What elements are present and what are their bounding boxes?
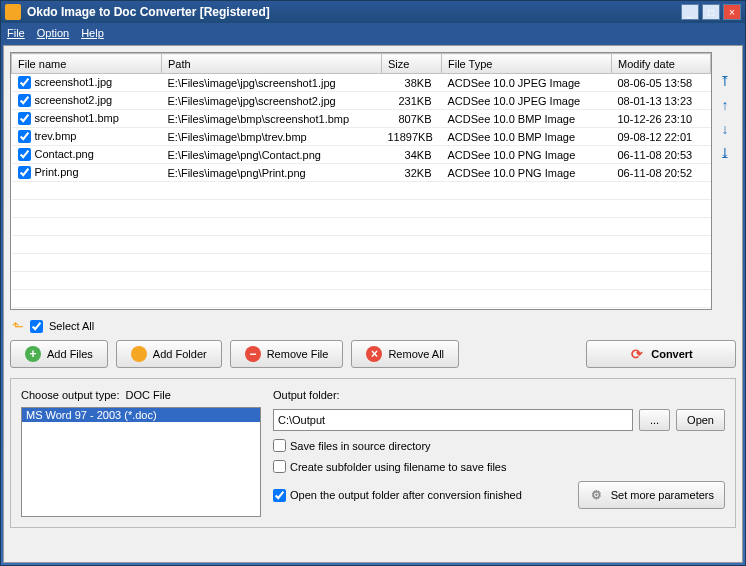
output-folder-input[interactable]: [273, 409, 633, 431]
remove-all-button[interactable]: ×Remove All: [351, 340, 459, 368]
move-down-button[interactable]: ↓: [716, 120, 734, 138]
open-button[interactable]: Open: [676, 409, 725, 431]
close-button[interactable]: ×: [723, 4, 741, 20]
table-row[interactable]: Contact.pngE:\Files\image\png\Contact.pn…: [12, 146, 711, 164]
output-type-label: Choose output type:: [21, 389, 119, 401]
remove-icon: ×: [366, 346, 382, 362]
app-icon: [5, 4, 21, 20]
minimize-button[interactable]: _: [681, 4, 699, 20]
maximize-button[interactable]: □: [702, 4, 720, 20]
minus-icon: −: [245, 346, 261, 362]
browse-button[interactable]: ...: [639, 409, 670, 431]
output-type-option[interactable]: MS Word 97 - 2003 (*.doc): [22, 408, 260, 422]
add-folder-button[interactable]: Add Folder: [116, 340, 222, 368]
open-after-checkbox[interactable]: [273, 489, 286, 502]
table-row: [12, 290, 711, 308]
create-subfolder-label: Create subfolder using filename to save …: [290, 461, 506, 473]
table-row: [12, 218, 711, 236]
table-row: [12, 182, 711, 200]
move-top-button[interactable]: ⤒: [716, 72, 734, 90]
selectall-checkbox[interactable]: [30, 320, 43, 333]
move-up-button[interactable]: ↑: [716, 96, 734, 114]
table-row: [12, 272, 711, 290]
table-row: [12, 236, 711, 254]
col-path[interactable]: Path: [162, 54, 382, 74]
file-list[interactable]: File name Path Size File Type Modify dat…: [10, 52, 712, 310]
output-type-list[interactable]: MS Word 97 - 2003 (*.doc): [21, 407, 261, 517]
table-row[interactable]: trev.bmpE:\Files\image\bmp\trev.bmp11897…: [12, 128, 711, 146]
menu-option[interactable]: Option: [37, 27, 69, 39]
add-files-button[interactable]: +Add Files: [10, 340, 108, 368]
output-type-value: DOC File: [126, 389, 171, 401]
gear-icon: ⚙: [589, 487, 605, 503]
row-checkbox[interactable]: [18, 76, 31, 89]
set-parameters-button[interactable]: ⚙Set more parameters: [578, 481, 725, 509]
row-checkbox[interactable]: [18, 112, 31, 125]
convert-icon: ⟳: [629, 346, 645, 362]
remove-file-button[interactable]: −Remove File: [230, 340, 344, 368]
titlebar: Okdo Image to Doc Converter [Registered]…: [1, 1, 745, 23]
folder-icon: [131, 346, 147, 362]
open-after-label: Open the output folder after conversion …: [290, 489, 522, 501]
save-in-source-checkbox[interactable]: [273, 439, 286, 452]
col-filename[interactable]: File name: [12, 54, 162, 74]
table-row[interactable]: screenshot2.jpgE:\Files\image\jpg\screen…: [12, 92, 711, 110]
table-row: [12, 254, 711, 272]
table-row[interactable]: screenshot1.bmpE:\Files\image\bmp\screen…: [12, 110, 711, 128]
table-row: [12, 308, 711, 311]
move-bottom-button[interactable]: ⤓: [716, 144, 734, 162]
col-type[interactable]: File Type: [442, 54, 612, 74]
app-window: Okdo Image to Doc Converter [Registered]…: [0, 0, 746, 566]
row-checkbox[interactable]: [18, 130, 31, 143]
table-row: [12, 200, 711, 218]
menu-help[interactable]: Help: [81, 27, 104, 39]
plus-icon: +: [25, 346, 41, 362]
menubar: File Option Help: [1, 23, 745, 43]
create-subfolder-checkbox[interactable]: [273, 460, 286, 473]
col-size[interactable]: Size: [382, 54, 442, 74]
output-folder-label: Output folder:: [273, 389, 725, 401]
table-row[interactable]: Print.pngE:\Files\image\png\Print.png32K…: [12, 164, 711, 182]
col-modify[interactable]: Modify date: [612, 54, 711, 74]
selectall-arrow-icon: ⬑: [12, 318, 24, 334]
menu-file[interactable]: File: [7, 27, 25, 39]
row-checkbox[interactable]: [18, 166, 31, 179]
convert-button[interactable]: ⟳Convert: [586, 340, 736, 368]
window-title: Okdo Image to Doc Converter [Registered]: [27, 5, 681, 19]
content: File name Path Size File Type Modify dat…: [3, 45, 743, 563]
save-in-source-label: Save files in source directory: [290, 440, 431, 452]
table-row[interactable]: screenshot1.jpgE:\Files\image\jpg\screen…: [12, 74, 711, 92]
selectall-label: Select All: [49, 320, 94, 332]
row-checkbox[interactable]: [18, 148, 31, 161]
row-checkbox[interactable]: [18, 94, 31, 107]
